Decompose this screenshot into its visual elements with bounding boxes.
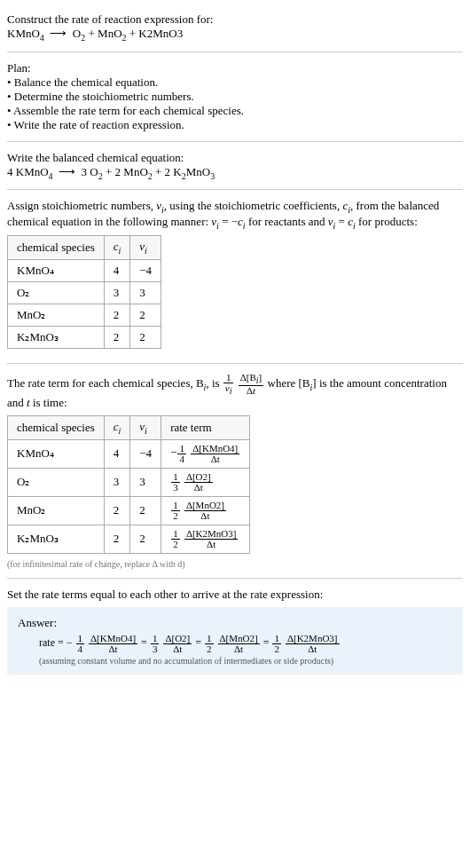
table-row: KMnO₄4−4 <box>8 259 161 281</box>
plan-heading: Plan: <box>7 61 463 75</box>
balanced-section: Write the balanced chemical equation: 4 … <box>7 146 463 186</box>
divider <box>7 578 463 579</box>
plan-bullet-2: • Determine the stoichiometric numbers. <box>7 90 463 104</box>
assign-section: Assign stoichiometric numbers, νi, using… <box>7 193 463 359</box>
eq2: = <box>335 215 348 228</box>
sub2b: 2 <box>122 33 127 43</box>
table-row: MnO₂22 <box>8 304 161 326</box>
balanced-equation: 4 KMnO4 ⟶ 3 O2 + 2 MnO2 + 2 K2MnO3 <box>7 165 463 181</box>
rateterm-section: The rate term for each chemical species,… <box>7 367 463 574</box>
balanced-heading: Write the balanced chemical equation: <box>7 151 463 165</box>
rate-expression: rate = − 14 Δ[KMnO4]Δt = 13 Δ[O2]Δt = 12… <box>39 634 452 654</box>
rate-table: chemical species ci νi rate term KMnO₄ 4… <box>7 415 250 554</box>
table-row: O₂ 3 3 13 Δ[O2]Δt <box>8 468 250 496</box>
answer-box: Answer: rate = − 14 Δ[KMnO4]Δt = 13 Δ[O2… <box>7 607 463 675</box>
answer-label: Answer: <box>18 616 452 630</box>
set-equal-text: Set the rate terms equal to each other t… <box>7 588 463 602</box>
table-row: K₂MnO₃ 2 2 12 Δ[K2MnO3]Δt <box>8 525 250 553</box>
table-row: MnO₂ 2 2 12 Δ[MnO2]Δt <box>8 496 250 525</box>
assign-text-2: , using the stoichiometric coefficients, <box>164 199 343 212</box>
bal-mno3: MnO <box>186 165 210 178</box>
sub2: 2 <box>81 33 85 43</box>
table-header-row: chemical species ci νi rate term <box>8 416 250 440</box>
plus-mno2: + MnO <box>88 27 121 40</box>
table-row: KMnO₄ 4 −4 −14 Δ[KMnO4]Δt <box>8 439 250 468</box>
set-equal-section: Set the rate terms equal to each other t… <box>7 582 463 680</box>
plus-k2mno3: + K2MnO3 <box>129 27 183 40</box>
sub4: 4 <box>40 33 44 43</box>
assign-text-4: for reactants and <box>246 215 328 228</box>
reactant: KMnO <box>7 27 40 40</box>
th-nui: νi <box>130 416 161 440</box>
bal-k2: + 2 K <box>155 165 182 178</box>
intro: Construct the rate of reaction expressio… <box>7 7 463 48</box>
rateterm-text-1: The rate term for each chemical species,… <box>7 376 204 390</box>
plan-bullet-4: • Write the rate of reaction expression. <box>7 118 463 132</box>
th-ci: ci <box>104 416 130 440</box>
frac-dB-dt: Δ[Bi]Δt <box>239 373 264 396</box>
rateterm-text-5: is time: <box>30 396 67 409</box>
table-row: K₂MnO₃22 <box>8 326 161 348</box>
divider <box>7 189 463 190</box>
divider <box>7 51 463 52</box>
table-header-row: chemical species ci νi <box>8 236 161 260</box>
stoich-table: chemical species ci νi KMnO₄4−4 O₂33 MnO… <box>7 235 161 349</box>
arrow-icon: ⟶ <box>50 27 67 41</box>
divider <box>7 363 463 364</box>
divider <box>7 141 463 142</box>
arrow-icon: ⟶ <box>59 165 75 179</box>
bal-mno2: + 2 MnO <box>106 165 148 178</box>
infinitesimal-note: (for infinitesimal rate of change, repla… <box>7 559 463 569</box>
frac-1-nu: 1νi <box>223 373 234 396</box>
bal-kmno4: 4 KMnO <box>7 165 49 178</box>
assign-text-5: for products: <box>356 215 418 228</box>
th-species: chemical species <box>8 416 105 440</box>
th-rate: rate term <box>161 416 250 440</box>
assign-text-1: Assign stoichiometric numbers, <box>7 199 156 212</box>
rate-prefix: rate = − <box>39 636 73 649</box>
bal-o2: 3 O <box>82 165 98 178</box>
table-row: O₂33 <box>8 281 161 304</box>
eq1: = − <box>219 215 238 228</box>
unbalanced-equation: KMnO4 ⟶ O2 + MnO2 + K2MnO3 <box>7 27 463 43</box>
rateterm-text-3: where [B <box>268 376 310 390</box>
plan: Plan: • Balance the chemical equation. •… <box>7 56 463 138</box>
th-species: chemical species <box>8 236 105 260</box>
plan-bullet-1: • Balance the chemical equation. <box>7 75 463 90</box>
product-o2: O <box>73 27 81 40</box>
answer-note: (assuming constant volume and no accumul… <box>39 656 452 666</box>
intro-title: Construct the rate of reaction expressio… <box>7 12 463 27</box>
rateterm-text-2: , is <box>206 376 222 390</box>
plan-bullet-3: • Assemble the rate term for each chemic… <box>7 104 463 118</box>
th-ci: ci <box>104 236 130 260</box>
th-nui: νi <box>130 236 161 260</box>
